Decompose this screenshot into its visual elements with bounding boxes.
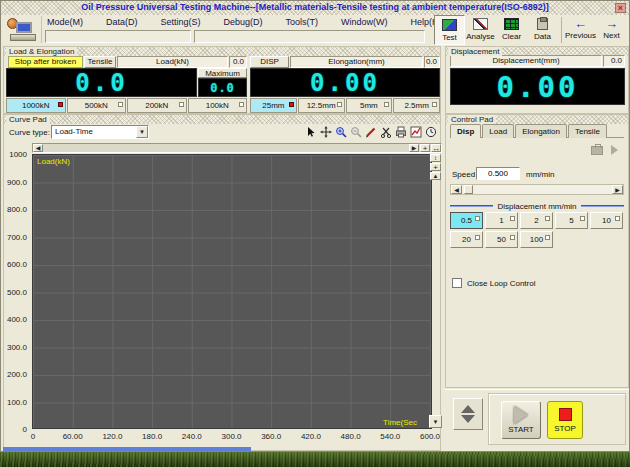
scroll-left-icon[interactable]: ◀: [451, 185, 462, 194]
tab-elongation[interactable]: Elongation: [515, 124, 567, 138]
y-tick: 1000: [4, 150, 27, 159]
play-icon: [611, 145, 618, 155]
y-tick: 300.0: [4, 343, 27, 352]
speed-button-1[interactable]: 1: [485, 212, 518, 229]
range-indicator: [289, 102, 294, 107]
x-tick: 300.0: [216, 432, 248, 441]
stop-mode-indicator[interactable]: Stop after broken: [8, 56, 83, 68]
speed-scrollbar[interactable]: ◀ ▶: [450, 184, 624, 195]
close-loop-checkbox[interactable]: [452, 278, 462, 288]
speed-button-2[interactable]: 2: [520, 212, 553, 229]
y-tick: 400.0: [4, 315, 27, 324]
control-pad-group-label: Control Pad: [448, 115, 496, 124]
menu-mode-m[interactable]: Mode(M): [47, 17, 83, 29]
toolbar-analyse-button[interactable]: Analyse: [465, 15, 496, 45]
pan-tool-icon[interactable]: [319, 125, 333, 139]
desktop-wallpaper: [0, 452, 630, 467]
menu-window-w[interactable]: Window(W): [341, 17, 388, 29]
scissors-icon[interactable]: [379, 125, 393, 139]
x-tick: 60.00: [57, 432, 89, 441]
main-toolbar: TestAnalyseClearData←Previous→Next: [434, 15, 627, 45]
elongation-range-12-5mm[interactable]: 12.5mm: [298, 98, 345, 113]
load-range-row: 1000kN500kN200kN100kN: [6, 98, 247, 113]
plot-pan-scrollbar[interactable]: ◀ ▶ + ↔: [32, 143, 442, 153]
start-play-icon: [514, 406, 528, 424]
cursor-tool-icon[interactable]: [304, 125, 318, 139]
speed-button-100[interactable]: 100: [520, 231, 553, 248]
toolbar-previous-button[interactable]: ←Previous: [565, 15, 596, 45]
toolbar-data-button[interactable]: Data: [527, 15, 558, 45]
menu-debug-d[interactable]: Debug(D): [224, 17, 263, 29]
range-indicator: [337, 102, 342, 107]
speed-input[interactable]: [476, 167, 520, 180]
scrollbar-thumb[interactable]: [464, 185, 473, 194]
range-indicator: [545, 216, 550, 221]
speed-button-5[interactable]: 5: [555, 212, 588, 229]
toolbar-test-button[interactable]: Test: [434, 15, 465, 45]
maximum-value-display: 0.0: [198, 78, 247, 97]
load-range-200kn[interactable]: 200kN: [127, 98, 187, 113]
curve-type-select[interactable]: Load-Time ▼: [51, 125, 149, 139]
displacement-header-value: 0.0: [603, 55, 625, 67]
load-range-100kn[interactable]: 100kN: [188, 98, 248, 113]
range-indicator: [118, 102, 123, 107]
pan-zoom-plus-icon[interactable]: +: [420, 144, 430, 152]
clock-icon[interactable]: [424, 125, 438, 139]
load-elongation-group-label: Load & Elongation: [6, 47, 77, 56]
x-tick: 360.0: [255, 432, 287, 441]
pan-right-icon[interactable]: ▶: [409, 144, 419, 152]
chevron-down-icon[interactable]: ▼: [136, 126, 148, 138]
printer-icon[interactable]: [394, 125, 408, 139]
chart-icon[interactable]: [409, 125, 423, 139]
speed-button-20[interactable]: 20: [450, 231, 483, 248]
load-range-1000kn[interactable]: 1000kN: [6, 98, 66, 113]
menu-tools-t[interactable]: Tools(T): [286, 17, 319, 29]
jog-up-down-button[interactable]: [453, 398, 483, 430]
y-tick: 500.0: [4, 288, 27, 297]
vup-icon[interactable]: ▲: [430, 172, 441, 180]
app-logo-icon: [4, 16, 42, 43]
displacement-header: Displacement(mm): [450, 55, 602, 67]
speed-button-10[interactable]: 10: [590, 212, 623, 229]
zoom-out-icon[interactable]: [349, 125, 363, 139]
x-axis-dropdown-icon[interactable]: ▼: [429, 415, 442, 428]
test-type-button[interactable]: Tensile: [84, 56, 116, 68]
test-icon: [442, 19, 457, 31]
speed-button-0-5[interactable]: 0.5: [450, 212, 483, 229]
tab-load[interactable]: Load: [482, 124, 514, 138]
start-button[interactable]: START: [501, 401, 541, 439]
tab-tensile[interactable]: Tensile: [568, 124, 607, 138]
tab-disp[interactable]: Disp: [450, 124, 481, 138]
toolbar-clear-button[interactable]: Clear: [496, 15, 527, 45]
x-tick: 180.0: [136, 432, 168, 441]
speed-button-50[interactable]: 50: [485, 231, 518, 248]
zoom-in-icon[interactable]: [334, 125, 348, 139]
load-range-500kn[interactable]: 500kN: [67, 98, 127, 113]
pan-fit-icon[interactable]: ↔: [431, 144, 441, 152]
menu-setting-s[interactable]: Setting(S): [161, 17, 201, 29]
range-indicator: [580, 216, 585, 221]
elongation-header: Elongation(mm): [290, 56, 423, 68]
stop-button[interactable]: STOP: [547, 401, 583, 439]
load-header: Load(kN): [117, 56, 228, 68]
menu-data-d[interactable]: Data(D): [106, 17, 138, 29]
elongation-range-5mm[interactable]: 5mm: [346, 98, 393, 113]
vfit-icon[interactable]: ↕: [430, 154, 441, 162]
curve-plot-area[interactable]: Load(kN) Time(Sec: [32, 154, 432, 429]
elongation-range-25mm[interactable]: 25mm: [250, 98, 297, 113]
curve-pad-group: Curve Pad Curve type: Load-Time ▼ ◀ ▶ + …: [3, 114, 441, 451]
pan-left-icon[interactable]: ◀: [33, 144, 43, 152]
vplus-icon[interactable]: +: [430, 163, 441, 171]
pen-tool-icon[interactable]: [364, 125, 378, 139]
toolbar-next-button[interactable]: →Next: [596, 15, 627, 45]
speed-unit-label: mm/min: [526, 170, 554, 179]
range-indicator: [239, 102, 244, 107]
elongation-range-2-5mm[interactable]: 2.5mm: [393, 98, 440, 113]
plot-y-ticks: 1000900.0800.0700.0600.0500.0400.0300.02…: [4, 154, 29, 429]
toolbar-separator: [561, 17, 562, 43]
elongation-header-value: 0.0: [424, 56, 440, 68]
scroll-right-icon[interactable]: ▶: [612, 185, 623, 194]
close-icon[interactable]: ×: [615, 3, 626, 13]
disp-mode-button[interactable]: DISP MODE: [250, 56, 289, 68]
next-arrow-icon: →: [605, 18, 618, 29]
